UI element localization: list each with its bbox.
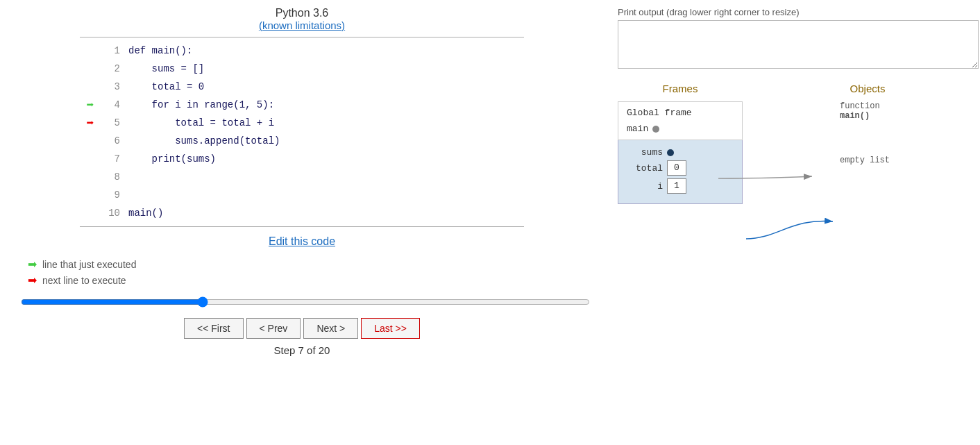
legend-red: ➡ next line to execute <box>28 274 136 287</box>
code-line-2: 2 sums = [] <box>80 60 524 78</box>
global-frame-box: Global frame main <box>618 101 743 140</box>
code-header: Python 3.6 (known limitations) <box>259 7 345 31</box>
code-line-10: 10 main() <box>80 204 524 222</box>
frames-section: Frames Global frame main <box>618 83 743 179</box>
python-version-title: Python 3.6 <box>259 7 345 19</box>
code-line-4: ➡ 4 for i in range(1, 5): <box>80 96 524 114</box>
arrow-green-icon: ➡ <box>80 97 101 112</box>
function-name-label: main() <box>840 111 979 121</box>
var-name-i: i <box>628 181 663 192</box>
legend-green-arrow-icon: ➡ <box>28 258 37 271</box>
first-button[interactable]: << First <box>184 318 243 339</box>
frame-var-i: i 1 <box>628 178 732 194</box>
step-slider[interactable] <box>21 296 590 308</box>
legend-red-label: next line to execute <box>42 275 126 286</box>
empty-list-object: empty list <box>840 156 979 165</box>
main-var-label: main <box>627 124 648 134</box>
code-line-7: 7 print(sums) <box>80 150 524 168</box>
legend-red-arrow-icon: ➡ <box>28 274 37 287</box>
next-button[interactable]: Next > <box>303 318 358 339</box>
code-container: 1 def main(): 2 sums = [] 3 total = 0 ➡ … <box>80 37 524 227</box>
print-output-box[interactable] <box>618 20 979 69</box>
arrow-red-icon: ➡ <box>80 115 101 131</box>
code-line-6: 6 sums.append(total) <box>80 132 524 150</box>
global-frame-row: main <box>627 124 734 134</box>
legend-green-label: line that just executed <box>42 259 136 270</box>
code-line-3: 3 total = 0 <box>80 78 524 96</box>
main-pointer-dot <box>652 126 659 133</box>
function-object: function main() <box>840 101 979 121</box>
print-output-label: Print output (drag lower right corner to… <box>618 7 979 17</box>
prev-button[interactable]: < Prev <box>246 318 301 339</box>
right-panel: Print output (drag lower right corner to… <box>604 0 980 445</box>
code-line-8: 8 <box>80 168 524 186</box>
edit-code-link[interactable]: Edit this code <box>269 235 335 248</box>
code-line-5: ➡ 5 total = total + i <box>80 114 524 132</box>
global-frame-title: Global frame <box>627 108 734 118</box>
step-slider-container[interactable] <box>21 296 590 310</box>
function-label: function <box>840 101 979 111</box>
var-value-i: 1 <box>667 178 686 194</box>
last-button[interactable]: Last >> <box>361 318 420 339</box>
empty-list-label: empty list <box>840 156 979 165</box>
legend-green: ➡ line that just executed <box>28 258 136 271</box>
frames-objects-area: Frames Global frame main <box>618 83 979 179</box>
known-limitations-link[interactable]: (known limitations) <box>259 19 345 31</box>
code-line-9: 9 <box>80 186 524 204</box>
step-label: Step 7 of 20 <box>274 344 330 356</box>
frames-title: Frames <box>618 83 743 94</box>
code-line-1: 1 def main(): <box>80 42 524 60</box>
objects-title: Objects <box>757 83 979 94</box>
legend: ➡ line that just executed ➡ next line to… <box>28 258 136 289</box>
nav-buttons: << First < Prev Next > Last >> <box>184 318 420 339</box>
objects-section: Objects function main() empty list <box>757 83 979 179</box>
